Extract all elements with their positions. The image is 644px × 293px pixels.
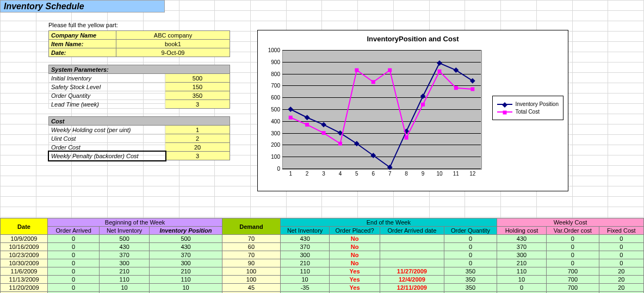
cell-date[interactable]: 10/9/2009 bbox=[1, 235, 48, 243]
company-info-cell[interactable]: book1 bbox=[116, 40, 230, 48]
cell-holding[interactable]: 430 bbox=[497, 235, 546, 243]
cost-cell[interactable]: 3 bbox=[165, 152, 230, 160]
cell-var-order[interactable]: 0 bbox=[547, 259, 599, 267]
cell-net-inv[interactable]: 370 bbox=[100, 251, 150, 259]
cell-demand[interactable]: 100 bbox=[222, 276, 281, 284]
chart-container[interactable]: InventoryPosition and Cost 0100200300400… bbox=[257, 30, 568, 191]
cell-order-arrived[interactable]: 0 bbox=[48, 284, 100, 292]
cell-order-placed[interactable]: No bbox=[330, 243, 380, 251]
cell-inv-pos[interactable]: 500 bbox=[149, 235, 222, 243]
cell-order-arr-date[interactable] bbox=[380, 235, 444, 243]
cell-fixed[interactable]: 20 bbox=[599, 276, 643, 284]
cost-cell[interactable]: 1 bbox=[165, 126, 230, 134]
cell-inv-pos[interactable]: 430 bbox=[149, 243, 222, 251]
cell-order-arr-date[interactable]: 12/4/2009 bbox=[380, 276, 444, 284]
cell-date[interactable]: 11/6/2009 bbox=[1, 267, 48, 276]
cell-demand[interactable]: 90 bbox=[222, 259, 281, 267]
cell-order-placed[interactable]: No bbox=[330, 251, 380, 259]
chart-ytick: 0 bbox=[264, 166, 280, 172]
cell-date[interactable]: 10/16/2009 bbox=[1, 243, 48, 251]
system-param-cell[interactable]: 150 bbox=[165, 83, 230, 91]
cell-demand[interactable]: 100 bbox=[222, 267, 281, 276]
cell-holding[interactable]: 210 bbox=[497, 259, 546, 267]
cell-order-placed[interactable]: Yes bbox=[330, 267, 380, 276]
cell-holding[interactable]: 0 bbox=[497, 284, 546, 292]
cell-net-inv2[interactable]: 10 bbox=[280, 276, 330, 284]
cell-order-arr-date[interactable] bbox=[380, 251, 444, 259]
cell-order-qty[interactable]: 350 bbox=[444, 267, 497, 276]
cell-order-qty[interactable]: 0 bbox=[444, 251, 497, 259]
company-info-cell[interactable]: 9-Oct-09 bbox=[116, 48, 230, 57]
system-param-cell[interactable]: 350 bbox=[165, 91, 230, 100]
cell-order-placed[interactable]: Yes bbox=[330, 276, 380, 284]
cost-cell[interactable]: 20 bbox=[165, 143, 230, 152]
cell-order-qty[interactable]: 350 bbox=[444, 284, 497, 292]
cell-order-arrived[interactable]: 0 bbox=[48, 267, 100, 276]
cell-demand[interactable]: 60 bbox=[222, 243, 281, 251]
cell-net-inv[interactable]: 300 bbox=[100, 259, 150, 267]
cell-inv-pos[interactable]: 300 bbox=[149, 259, 222, 267]
cell-order-arr-date[interactable]: 12/11/2009 bbox=[380, 284, 444, 292]
cell-net-inv2[interactable]: 110 bbox=[280, 267, 330, 276]
cell-net-inv[interactable]: 430 bbox=[100, 243, 150, 251]
cell-order-arrived[interactable]: 0 bbox=[48, 235, 100, 243]
cell-var-order[interactable]: 700 bbox=[547, 276, 599, 284]
cell-var-order[interactable]: 700 bbox=[547, 267, 599, 276]
cell-var-order[interactable]: 0 bbox=[547, 251, 599, 259]
cell-net-inv2[interactable]: 370 bbox=[280, 243, 330, 251]
cell-fixed[interactable]: 0 bbox=[599, 251, 643, 259]
cell-demand[interactable]: 70 bbox=[222, 251, 281, 259]
svg-rect-8 bbox=[420, 93, 426, 99]
cell-fixed[interactable]: 0 bbox=[599, 235, 643, 243]
cell-fixed[interactable]: 0 bbox=[599, 259, 643, 267]
cell-order-arrived[interactable]: 0 bbox=[48, 251, 100, 259]
cost-cell[interactable]: 2 bbox=[165, 134, 230, 143]
cell-order-placed[interactable]: No bbox=[330, 259, 380, 267]
cell-date[interactable]: 10/23/2009 bbox=[1, 251, 48, 259]
cell-net-inv2[interactable]: 210 bbox=[280, 259, 330, 267]
cell-net-inv2[interactable]: -35 bbox=[280, 284, 330, 292]
cell-date[interactable]: 11/13/2009 bbox=[1, 276, 48, 284]
cell-fixed[interactable]: 20 bbox=[599, 267, 643, 276]
cell-demand[interactable]: 70 bbox=[222, 235, 281, 243]
cell-order-qty[interactable]: 350 bbox=[444, 276, 497, 284]
cell-order-arr-date[interactable] bbox=[380, 243, 444, 251]
cell-inv-pos[interactable]: 110 bbox=[149, 276, 222, 284]
cell-holding[interactable]: 110 bbox=[497, 267, 546, 276]
cell-date[interactable]: 10/30/2009 bbox=[1, 259, 48, 267]
cell-net-inv[interactable]: 10 bbox=[100, 284, 150, 292]
cell-net-inv2[interactable]: 430 bbox=[280, 235, 330, 243]
cell-holding[interactable]: 10 bbox=[497, 276, 546, 284]
cell-order-placed[interactable]: No bbox=[330, 235, 380, 243]
cell-fixed[interactable]: 20 bbox=[599, 284, 643, 292]
cell-var-order[interactable]: 0 bbox=[547, 235, 599, 243]
cell-order-placed[interactable]: Yes bbox=[330, 284, 380, 292]
cell-demand[interactable]: 45 bbox=[222, 284, 281, 292]
system-param-cell[interactable]: 500 bbox=[165, 74, 230, 83]
cell-order-arr-date[interactable] bbox=[380, 259, 444, 267]
cell-inv-pos[interactable]: 210 bbox=[149, 267, 222, 276]
cell-order-qty[interactable]: 0 bbox=[444, 259, 497, 267]
cell-order-arr-date[interactable]: 11/27/2009 bbox=[380, 267, 444, 276]
cell-net-inv[interactable]: 110 bbox=[100, 276, 150, 284]
cell-net-inv2[interactable]: 300 bbox=[280, 251, 330, 259]
company-info-cell[interactable]: ABC company bbox=[116, 31, 230, 40]
cell-order-qty[interactable]: 0 bbox=[444, 235, 497, 243]
cell-order-arrived[interactable]: 0 bbox=[48, 243, 100, 251]
cell-var-order[interactable]: 700 bbox=[547, 284, 599, 292]
cell-holding[interactable]: 370 bbox=[497, 243, 546, 251]
cell-inv-pos[interactable]: 10 bbox=[149, 284, 222, 292]
system-param-cell[interactable]: 3 bbox=[165, 100, 230, 109]
cell-date[interactable]: 11/20/2009 bbox=[1, 284, 48, 292]
cell-order-qty[interactable]: 0 bbox=[444, 243, 497, 251]
cell-fixed[interactable]: 0 bbox=[599, 243, 643, 251]
schedule-table: DateBeginning of the WeekDemandEnd of th… bbox=[0, 218, 644, 293]
cell-order-arrived[interactable]: 0 bbox=[48, 276, 100, 284]
cell-net-inv[interactable]: 500 bbox=[100, 235, 150, 243]
cell-var-order[interactable]: 0 bbox=[547, 243, 599, 251]
cell-holding[interactable]: 300 bbox=[497, 251, 546, 259]
cell-net-inv[interactable]: 210 bbox=[100, 267, 150, 276]
cell-order-arrived[interactable]: 0 bbox=[48, 259, 100, 267]
cell-inv-pos[interactable]: 370 bbox=[149, 251, 222, 259]
col-header-var-order: Var.Order cost bbox=[547, 227, 599, 235]
